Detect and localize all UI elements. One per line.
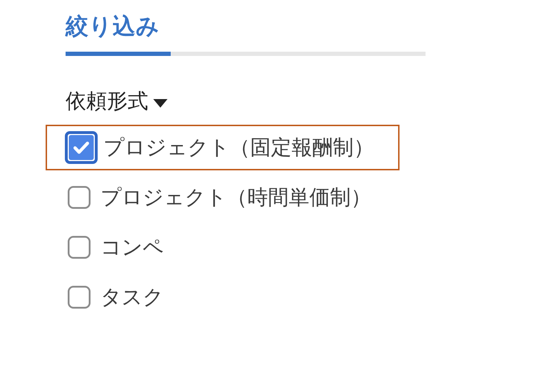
filter-section-header[interactable]: 依頼形式 — [66, 87, 168, 115]
filter-section-title: 依頼形式 — [66, 87, 148, 115]
checkbox-unchecked[interactable] — [68, 186, 91, 209]
checkbox-checked[interactable] — [65, 131, 98, 164]
filter-option-label: プロジェクト（固定報酬制） — [103, 134, 374, 161]
filter-option-label: タスク — [101, 283, 164, 311]
checkbox-unchecked[interactable] — [68, 236, 91, 259]
check-icon — [72, 138, 91, 157]
checkbox-unchecked[interactable] — [68, 286, 91, 309]
filter-option-project-hourly[interactable]: プロジェクト（時間単価制） — [46, 175, 400, 220]
filter-option-label: コンペ — [101, 233, 164, 261]
filter-panel: 絞り込み 依頼形式 プロジェクト（固定報酬制） プロジェクト（時間 — [0, 0, 546, 392]
filter-option-label: プロジェクト（時間単価制） — [101, 184, 371, 211]
filter-options-list: プロジェクト（固定報酬制） プロジェクト（時間単価制） コンペ タスク — [46, 125, 400, 320]
filter-option-compe[interactable]: コンペ — [46, 225, 400, 270]
filter-option-task[interactable]: タスク — [46, 274, 400, 320]
caret-down-icon — [153, 99, 168, 108]
tab-filter[interactable]: 絞り込み — [66, 11, 160, 42]
filter-option-project-fixed[interactable]: プロジェクト（固定報酬制） — [46, 125, 400, 170]
tab-underline-active — [66, 52, 171, 56]
